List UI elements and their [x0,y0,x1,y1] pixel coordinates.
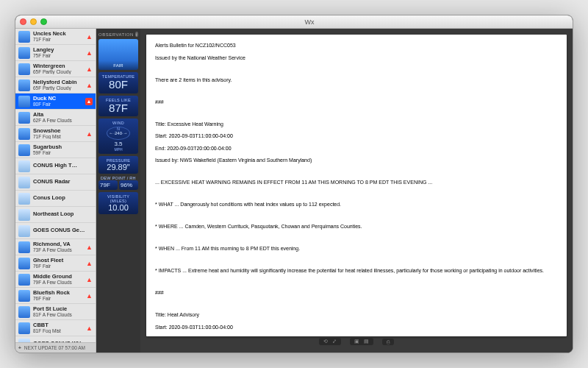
alert-icon: ▲ [86,33,93,40]
location-thumb-icon [18,225,30,237]
location-name: CONUS High T… [33,163,93,169]
sidebar-item-alta[interactable]: Alta62F A Few Clouds [15,110,96,126]
location-thumb-icon [18,31,30,43]
location-name: Bluefish Rock [33,290,85,296]
toolbar-segment[interactable]: ▣▤ [350,338,373,345]
toolbar-segment[interactable]: ⟲⤢ [319,338,341,345]
feels-like-card: FEELS LIKE 87F [98,96,138,117]
location-name: Nellysford Cabin [33,79,85,85]
location-name: CONUS Radar [33,179,93,185]
location-thumb-icon [18,47,30,59]
location-name: Ghost Fleet [33,258,85,263]
observation-header: OBSERVATION i [98,32,138,37]
location-condition: 62F A Few Clouds [33,118,93,123]
window-title: Wx [51,18,568,26]
sidebar-item-goes-conus-wv[interactable]: GOES CONUS WV [15,336,96,342]
location-name: Port St Lucie [33,306,93,312]
location-name: Richmond, VA [33,241,85,247]
location-name: CBBT [33,322,85,328]
sidebar-item-snowshoe[interactable]: Snowshoe71F Fog Mist▲ [15,126,96,142]
sidebar-item-duck-nc[interactable]: Duck NC80F Fair▲ [15,93,96,110]
sidebar-item-nellysford-cabin[interactable]: Nellysford Cabin65F Partly Cloudy▲ [15,77,96,93]
sidebar-footer: + NEXT UPDATE 07 57:00 AM [15,342,96,353]
bulletin-line: * IMPACTS ... Extreme heat and humidity … [155,267,558,275]
location-condition: 65F Partly Cloudy [33,85,85,91]
bulletin-line: Start: 2020-09-03T11:00:00-04:00 [155,324,558,332]
bulletin-line: Start: 2020-09-03T11:00:00-04:00 [155,132,558,141]
bulletin-line [155,302,558,310]
alert-icon: ▲ [86,130,93,138]
location-thumb-icon [18,128,30,140]
bulletin-line: * WHAT ... Dangerously hot conditions wi… [155,201,558,209]
sidebar-item-langley[interactable]: Langley75F Fair▲ [15,45,96,61]
minimize-icon[interactable] [30,18,37,25]
sidebar-item-cbbt[interactable]: CBBT81F Fog Mist▲ [15,320,96,336]
main-area: Alerts Bulletin for NCZ102/NCC053Issued … [140,29,573,353]
location-condition: 76F Fair [33,263,85,269]
bottom-toolbar: ⟲⤢ ▣▤ ⎙ [146,336,567,347]
sidebar-item-conus-loop[interactable]: Conus Loop [15,191,96,207]
add-location-icon[interactable]: + [18,345,21,350]
alert-icon: ▲ [86,244,93,251]
bulletin-line: ### [155,99,558,107]
location-name: GOES CONUS Ge… [33,227,93,233]
alert-icon: ▲ [85,98,93,105]
location-thumb-icon [18,290,30,302]
visibility-value: 10.00 [100,203,137,212]
location-condition: 73F A Few Clouds [33,247,85,252]
sidebar-item-port-st-lucie[interactable]: Port St Lucie81F A Few Clouds [15,304,96,320]
wind-speed: 3.5 [114,141,122,147]
location-condition: 81F A Few Clouds [33,312,93,317]
bulletin-page[interactable]: Alerts Bulletin for NCZ102/NCC053Issued … [146,35,567,336]
sidebar-item-conus-radar[interactable]: CONUS Radar [15,174,96,191]
location-thumb-icon [18,79,30,91]
location-name: Conus Loop [33,195,93,201]
bulletin-line: Issued by: NWS Wakefield (Eastern Virgin… [155,157,558,165]
pressure-card: PRESSURE 29.89" [98,156,138,174]
titlebar[interactable]: Wx [15,15,573,29]
location-thumb-icon [18,209,30,221]
location-name: Middle Ground [33,274,85,280]
sidebar-item-ghost-fleet[interactable]: Ghost Fleet76F Fair▲ [15,255,96,272]
sidebar-item-wintergreen[interactable]: Wintergreen65F Partly Cloudy▲ [15,61,96,77]
location-name: Uncles Neck [33,31,85,37]
location-name: Sugarbush [33,144,93,150]
alert-icon: ▲ [86,276,93,283]
close-icon[interactable] [20,18,26,25]
sidebar-item-conus-high-t-[interactable]: CONUS High T… [15,158,96,174]
location-condition: 81F Fog Mist [33,328,85,333]
sidebar-item-uncles-neck[interactable]: Uncles Neck71F Fair▲ [15,29,96,45]
sidebar-item-goes-conus-ge-[interactable]: GOES CONUS Ge… [15,223,96,239]
sidebar-item-northeast-loop[interactable]: Northeast Loop [15,207,96,223]
bulletin-line: Alerts Bulletin for NCZ102/NCC053 [155,42,558,50]
bulletin-line [155,191,558,199]
location-condition: 71F Fair [33,37,85,42]
toolbar-segment[interactable]: ⎙ [382,339,394,345]
temperature-card: TEMPERATURE 80F [98,72,138,93]
visibility-card: VISIBILITY (MILES) 10.00 [98,192,138,214]
location-thumb-icon [18,112,30,124]
location-condition: 65F Partly Cloudy [33,69,85,74]
location-thumb-icon [18,160,30,172]
bulletin-line [155,110,558,118]
location-condition: 79F A Few Clouds [33,280,85,285]
pressure-value: 29.89" [100,163,137,171]
maximize-icon[interactable] [40,18,47,25]
sidebar-item-middle-ground[interactable]: Middle Ground79F A Few Clouds▲ [15,272,96,288]
bulletin-line: Issued by the National Weather Service [155,54,558,63]
location-thumb-icon [18,63,30,75]
sidebar-item-richmond-va[interactable]: Richmond, VA73F A Few Clouds▲ [15,239,96,255]
info-icon[interactable]: i [135,32,138,37]
bulletin-line: Title: Excessive Heat Warning [155,121,558,129]
bulletin-line [155,236,558,244]
app-window: Wx Uncles Neck71F Fair▲Langley75F Fair▲W… [15,15,573,353]
alert-icon: ▲ [86,325,93,332]
temperature-value: 80F [100,79,137,91]
location-name: Langley [33,47,85,53]
next-update-label: NEXT UPDATE 07 57:00 AM [24,345,85,350]
location-list[interactable]: Uncles Neck71F Fair▲Langley75F Fair▲Wint… [15,29,96,342]
location-name: GOES CONUS WV [33,341,93,342]
bulletin-line: ... EXCESSIVE HEAT WARNING REMAINS IN EF… [155,179,558,187]
sidebar-item-bluefish-rock[interactable]: Bluefish Rock76F Fair▲ [15,288,96,304]
sidebar-item-sugarbush[interactable]: Sugarbush59F Fair [15,142,96,158]
